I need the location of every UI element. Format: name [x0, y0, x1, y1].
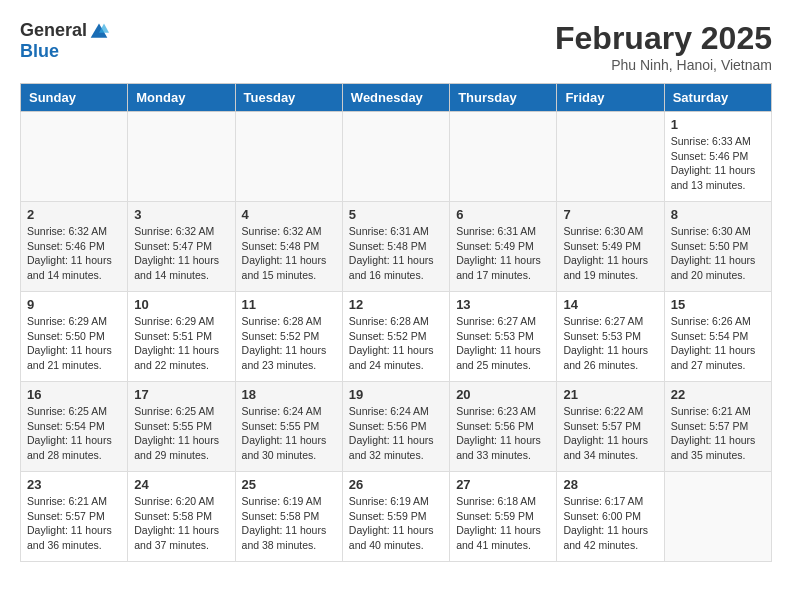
calendar-day-cell: 8Sunrise: 6:30 AM Sunset: 5:50 PM Daylig…	[664, 202, 771, 292]
calendar-day-cell: 17Sunrise: 6:25 AM Sunset: 5:55 PM Dayli…	[128, 382, 235, 472]
calendar-day-cell	[235, 112, 342, 202]
day-info: Sunrise: 6:25 AM Sunset: 5:54 PM Dayligh…	[27, 404, 121, 463]
calendar-day-cell: 13Sunrise: 6:27 AM Sunset: 5:53 PM Dayli…	[450, 292, 557, 382]
day-info: Sunrise: 6:25 AM Sunset: 5:55 PM Dayligh…	[134, 404, 228, 463]
day-info: Sunrise: 6:21 AM Sunset: 5:57 PM Dayligh…	[671, 404, 765, 463]
day-info: Sunrise: 6:24 AM Sunset: 5:56 PM Dayligh…	[349, 404, 443, 463]
day-info: Sunrise: 6:28 AM Sunset: 5:52 PM Dayligh…	[242, 314, 336, 373]
day-number: 15	[671, 297, 765, 312]
day-number: 10	[134, 297, 228, 312]
calendar-week-row: 2Sunrise: 6:32 AM Sunset: 5:46 PM Daylig…	[21, 202, 772, 292]
day-info: Sunrise: 6:31 AM Sunset: 5:48 PM Dayligh…	[349, 224, 443, 283]
calendar-week-row: 9Sunrise: 6:29 AM Sunset: 5:50 PM Daylig…	[21, 292, 772, 382]
calendar-day-cell: 26Sunrise: 6:19 AM Sunset: 5:59 PM Dayli…	[342, 472, 449, 562]
day-number: 28	[563, 477, 657, 492]
day-number: 18	[242, 387, 336, 402]
day-number: 22	[671, 387, 765, 402]
calendar-day-cell: 7Sunrise: 6:30 AM Sunset: 5:49 PM Daylig…	[557, 202, 664, 292]
day-info: Sunrise: 6:31 AM Sunset: 5:49 PM Dayligh…	[456, 224, 550, 283]
calendar-day-cell: 19Sunrise: 6:24 AM Sunset: 5:56 PM Dayli…	[342, 382, 449, 472]
logo-general-text: General	[20, 20, 87, 41]
day-number: 13	[456, 297, 550, 312]
calendar-week-row: 16Sunrise: 6:25 AM Sunset: 5:54 PM Dayli…	[21, 382, 772, 472]
weekday-header: Friday	[557, 84, 664, 112]
day-info: Sunrise: 6:23 AM Sunset: 5:56 PM Dayligh…	[456, 404, 550, 463]
location: Phu Ninh, Hanoi, Vietnam	[555, 57, 772, 73]
calendar-week-row: 1Sunrise: 6:33 AM Sunset: 5:46 PM Daylig…	[21, 112, 772, 202]
day-info: Sunrise: 6:24 AM Sunset: 5:55 PM Dayligh…	[242, 404, 336, 463]
calendar-day-cell: 10Sunrise: 6:29 AM Sunset: 5:51 PM Dayli…	[128, 292, 235, 382]
day-number: 17	[134, 387, 228, 402]
day-number: 14	[563, 297, 657, 312]
day-info: Sunrise: 6:27 AM Sunset: 5:53 PM Dayligh…	[563, 314, 657, 373]
calendar-day-cell	[342, 112, 449, 202]
weekday-header: Wednesday	[342, 84, 449, 112]
calendar-table: SundayMondayTuesdayWednesdayThursdayFrid…	[20, 83, 772, 562]
day-info: Sunrise: 6:21 AM Sunset: 5:57 PM Dayligh…	[27, 494, 121, 553]
month-title: February 2025	[555, 20, 772, 57]
day-number: 16	[27, 387, 121, 402]
calendar-day-cell: 18Sunrise: 6:24 AM Sunset: 5:55 PM Dayli…	[235, 382, 342, 472]
calendar-day-cell: 6Sunrise: 6:31 AM Sunset: 5:49 PM Daylig…	[450, 202, 557, 292]
day-info: Sunrise: 6:26 AM Sunset: 5:54 PM Dayligh…	[671, 314, 765, 373]
day-number: 19	[349, 387, 443, 402]
calendar-day-cell: 21Sunrise: 6:22 AM Sunset: 5:57 PM Dayli…	[557, 382, 664, 472]
day-number: 8	[671, 207, 765, 222]
weekday-header-row: SundayMondayTuesdayWednesdayThursdayFrid…	[21, 84, 772, 112]
title-block: February 2025 Phu Ninh, Hanoi, Vietnam	[555, 20, 772, 73]
day-number: 4	[242, 207, 336, 222]
day-number: 3	[134, 207, 228, 222]
day-number: 5	[349, 207, 443, 222]
day-number: 12	[349, 297, 443, 312]
day-info: Sunrise: 6:27 AM Sunset: 5:53 PM Dayligh…	[456, 314, 550, 373]
day-info: Sunrise: 6:19 AM Sunset: 5:58 PM Dayligh…	[242, 494, 336, 553]
day-number: 6	[456, 207, 550, 222]
day-number: 2	[27, 207, 121, 222]
weekday-header: Tuesday	[235, 84, 342, 112]
calendar-day-cell	[128, 112, 235, 202]
calendar-day-cell	[664, 472, 771, 562]
logo-icon	[89, 21, 109, 41]
day-info: Sunrise: 6:29 AM Sunset: 5:50 PM Dayligh…	[27, 314, 121, 373]
day-info: Sunrise: 6:17 AM Sunset: 6:00 PM Dayligh…	[563, 494, 657, 553]
weekday-header: Monday	[128, 84, 235, 112]
day-info: Sunrise: 6:30 AM Sunset: 5:49 PM Dayligh…	[563, 224, 657, 283]
day-number: 1	[671, 117, 765, 132]
logo-blue-text: Blue	[20, 41, 59, 62]
calendar-day-cell: 9Sunrise: 6:29 AM Sunset: 5:50 PM Daylig…	[21, 292, 128, 382]
day-info: Sunrise: 6:33 AM Sunset: 5:46 PM Dayligh…	[671, 134, 765, 193]
calendar-day-cell: 2Sunrise: 6:32 AM Sunset: 5:46 PM Daylig…	[21, 202, 128, 292]
calendar-day-cell: 22Sunrise: 6:21 AM Sunset: 5:57 PM Dayli…	[664, 382, 771, 472]
weekday-header: Sunday	[21, 84, 128, 112]
day-number: 20	[456, 387, 550, 402]
day-number: 9	[27, 297, 121, 312]
calendar-day-cell: 11Sunrise: 6:28 AM Sunset: 5:52 PM Dayli…	[235, 292, 342, 382]
day-number: 26	[349, 477, 443, 492]
calendar-day-cell	[21, 112, 128, 202]
weekday-header: Saturday	[664, 84, 771, 112]
day-info: Sunrise: 6:30 AM Sunset: 5:50 PM Dayligh…	[671, 224, 765, 283]
calendar-day-cell: 14Sunrise: 6:27 AM Sunset: 5:53 PM Dayli…	[557, 292, 664, 382]
calendar-day-cell: 5Sunrise: 6:31 AM Sunset: 5:48 PM Daylig…	[342, 202, 449, 292]
page-header: General Blue February 2025 Phu Ninh, Han…	[20, 20, 772, 73]
day-info: Sunrise: 6:28 AM Sunset: 5:52 PM Dayligh…	[349, 314, 443, 373]
day-number: 21	[563, 387, 657, 402]
day-number: 23	[27, 477, 121, 492]
day-info: Sunrise: 6:20 AM Sunset: 5:58 PM Dayligh…	[134, 494, 228, 553]
calendar-day-cell: 20Sunrise: 6:23 AM Sunset: 5:56 PM Dayli…	[450, 382, 557, 472]
day-info: Sunrise: 6:32 AM Sunset: 5:46 PM Dayligh…	[27, 224, 121, 283]
day-info: Sunrise: 6:32 AM Sunset: 5:47 PM Dayligh…	[134, 224, 228, 283]
calendar-day-cell: 4Sunrise: 6:32 AM Sunset: 5:48 PM Daylig…	[235, 202, 342, 292]
day-info: Sunrise: 6:22 AM Sunset: 5:57 PM Dayligh…	[563, 404, 657, 463]
calendar-day-cell: 23Sunrise: 6:21 AM Sunset: 5:57 PM Dayli…	[21, 472, 128, 562]
day-info: Sunrise: 6:18 AM Sunset: 5:59 PM Dayligh…	[456, 494, 550, 553]
day-info: Sunrise: 6:19 AM Sunset: 5:59 PM Dayligh…	[349, 494, 443, 553]
calendar-day-cell: 27Sunrise: 6:18 AM Sunset: 5:59 PM Dayli…	[450, 472, 557, 562]
day-number: 24	[134, 477, 228, 492]
calendar-day-cell: 25Sunrise: 6:19 AM Sunset: 5:58 PM Dayli…	[235, 472, 342, 562]
day-number: 7	[563, 207, 657, 222]
calendar-day-cell: 1Sunrise: 6:33 AM Sunset: 5:46 PM Daylig…	[664, 112, 771, 202]
day-number: 11	[242, 297, 336, 312]
calendar-day-cell: 15Sunrise: 6:26 AM Sunset: 5:54 PM Dayli…	[664, 292, 771, 382]
calendar-day-cell: 12Sunrise: 6:28 AM Sunset: 5:52 PM Dayli…	[342, 292, 449, 382]
